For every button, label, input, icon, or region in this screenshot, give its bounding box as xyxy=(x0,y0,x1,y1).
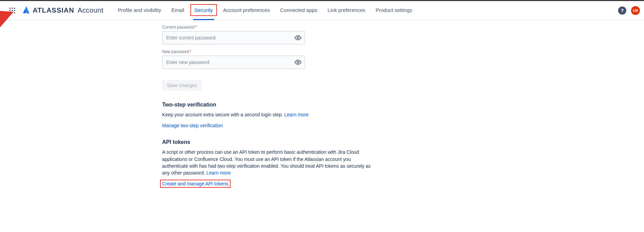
new-password-label: New password* xyxy=(162,49,644,54)
api-tokens-heading: API tokens xyxy=(162,139,373,145)
tab-connected-apps[interactable]: Connected apps xyxy=(279,1,319,20)
two-step-description: Keep your account extra secure with a se… xyxy=(162,111,373,118)
atlassian-logo-icon xyxy=(22,6,30,15)
header-tabs: Profile and visibility Email Security Ac… xyxy=(116,1,414,20)
app-switcher-icon[interactable] xyxy=(7,5,18,16)
manage-two-step-link[interactable]: Manage two-step verification xyxy=(162,123,223,128)
brand-subtitle: Account xyxy=(78,6,104,14)
required-asterisk: * xyxy=(190,49,191,54)
toggle-visibility-icon[interactable] xyxy=(294,34,302,42)
tab-profile-visibility[interactable]: Profile and visibility xyxy=(116,1,163,20)
required-asterisk: * xyxy=(195,25,197,30)
current-password-input[interactable] xyxy=(162,31,305,45)
svg-rect-1 xyxy=(12,7,13,9)
api-tokens-section: API tokens A script or other process can… xyxy=(162,139,373,186)
api-tokens-learn-more-link[interactable]: Learn more xyxy=(206,170,231,176)
two-step-heading: Two-step verification xyxy=(162,102,373,108)
new-password-row: New password* xyxy=(162,49,644,69)
tab-security[interactable]: Security xyxy=(193,1,214,20)
svg-point-11 xyxy=(297,61,299,63)
svg-rect-6 xyxy=(10,12,11,13)
current-password-row: Current password* xyxy=(162,25,644,45)
svg-rect-0 xyxy=(10,7,11,9)
create-manage-api-tokens-link[interactable]: Create and manage API tokens xyxy=(162,181,229,186)
svg-rect-8 xyxy=(14,12,15,13)
svg-rect-7 xyxy=(12,12,13,13)
brand-logo[interactable]: ATLASSIAN Account xyxy=(22,6,104,15)
tab-account-preferences[interactable]: Account preferences xyxy=(222,1,271,20)
tab-email[interactable]: Email xyxy=(170,1,186,20)
tab-link-preferences[interactable]: Link preferences xyxy=(326,1,367,20)
avatar[interactable]: US xyxy=(631,6,640,15)
help-icon[interactable]: ? xyxy=(618,6,626,15)
tab-product-settings[interactable]: Product settings xyxy=(374,1,414,20)
svg-rect-3 xyxy=(10,10,11,11)
api-tokens-description: A script or other process can use an API… xyxy=(162,149,373,176)
svg-rect-2 xyxy=(14,7,15,9)
two-step-section: Two-step verification Keep your account … xyxy=(162,102,373,128)
two-step-learn-more-link[interactable]: Learn more xyxy=(284,112,309,117)
current-password-label: Current password* xyxy=(162,25,644,30)
svg-rect-5 xyxy=(14,10,15,11)
brand-name: ATLASSIAN xyxy=(33,6,74,14)
new-password-input[interactable] xyxy=(162,55,305,69)
svg-rect-4 xyxy=(12,10,13,11)
annotation-arrow-api-tokens xyxy=(0,177,2,185)
toggle-visibility-icon[interactable] xyxy=(294,59,302,66)
save-changes-button[interactable]: Save changes xyxy=(162,80,202,91)
svg-point-10 xyxy=(297,37,299,39)
main-content: Current password* New password* Save cha… xyxy=(0,20,644,200)
top-header: ATLASSIAN Account Profile and visibility… xyxy=(0,1,644,20)
